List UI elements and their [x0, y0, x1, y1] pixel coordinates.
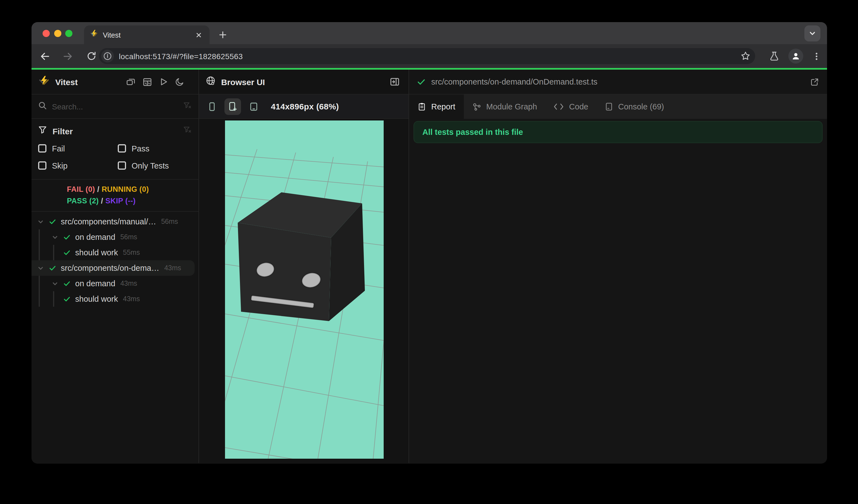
indent-guide [39, 291, 39, 307]
pass-check-icon [62, 295, 71, 303]
tab-code[interactable]: Code [545, 95, 597, 119]
preview-title: Browser UI [221, 77, 384, 86]
site-info-icon[interactable] [101, 50, 114, 63]
open-external-icon[interactable] [804, 77, 819, 86]
titlebar: Vitest [32, 22, 827, 44]
pass-check-icon [62, 249, 71, 256]
filter-title: Filter [52, 126, 177, 136]
minimize-window-button[interactable] [54, 30, 61, 37]
pass-check-icon [62, 280, 71, 287]
tab-console-69[interactable]: Console (69) [597, 95, 672, 119]
window-controls [43, 30, 73, 37]
globe-icon [206, 76, 216, 88]
maximize-window-button[interactable] [65, 30, 73, 37]
collapse-panels-icon[interactable] [126, 77, 136, 86]
filter-checkbox-skip[interactable]: Skip [38, 158, 118, 174]
filter-section: Filter FailPassSkipOnly Tests [32, 119, 198, 180]
chevron-down-icon[interactable] [50, 280, 59, 287]
tree-item-duration: 43ms [120, 280, 137, 287]
filter-funnel-icon [38, 126, 47, 136]
tree-item-label: src/components/on-dema… [61, 264, 159, 273]
tree-row-file[interactable]: src/components/on-dema…43ms [32, 260, 195, 276]
url-text: localhost:5173/#/?file=1828625563 [119, 52, 243, 61]
filter-checkbox-pass[interactable]: Pass [118, 140, 192, 157]
phone-icon[interactable] [204, 98, 220, 115]
app-title: Vitest [55, 77, 121, 86]
test-explorer-sidebar: Vitest [32, 70, 199, 463]
tree-row-test[interactable]: should work55ms [32, 245, 195, 260]
reload-button[interactable] [83, 48, 99, 64]
profile-avatar[interactable] [788, 49, 803, 64]
robot-cube [238, 192, 365, 321]
url-bar[interactable]: localhost:5173/#/?file=1828625563 [99, 48, 755, 64]
experiments-flask-icon[interactable] [769, 51, 779, 61]
phone-plus-icon[interactable] [224, 98, 241, 115]
browser-window: Vitest [32, 22, 827, 464]
indent-guide [39, 245, 39, 260]
bookmark-star-icon[interactable] [740, 51, 751, 61]
dark-mode-moon-icon[interactable] [175, 77, 184, 86]
indent-guide [53, 291, 54, 307]
tree-item-duration: 55ms [123, 249, 140, 256]
tab-search-chevron-button[interactable] [804, 26, 821, 42]
new-tab-button[interactable] [215, 27, 231, 43]
pass-count: PASS (2) [67, 197, 99, 205]
tab-report[interactable]: Report [409, 95, 463, 119]
tree-row-file[interactable]: src/components/manual/…56ms [32, 214, 195, 229]
browser-preview-panel: Browser UI 414x896px (68%) [199, 70, 409, 463]
tab-label: Report [431, 102, 455, 111]
checkbox-icon[interactable] [118, 161, 126, 170]
filter-checkbox-label: Skip [52, 161, 67, 170]
back-button[interactable] [37, 48, 52, 64]
indent-guide [39, 276, 39, 291]
filter-checkbox-only-tests[interactable]: Only Tests [118, 158, 192, 174]
pass-check-icon [62, 233, 71, 241]
tree-item-label: should work [75, 295, 118, 304]
device-viewport[interactable] [225, 120, 384, 459]
tree-item-duration: 56ms [120, 233, 137, 241]
checkbox-icon[interactable] [38, 161, 46, 170]
browser-menu-dots-icon[interactable] [812, 52, 821, 61]
search-input[interactable] [52, 102, 178, 111]
checkbox-icon[interactable] [38, 144, 46, 152]
tablet-icon[interactable] [245, 98, 262, 115]
tree-row-suite[interactable]: on demand56ms [32, 229, 195, 245]
fail-count: FAIL (0) [67, 185, 95, 193]
code-icon [554, 103, 564, 111]
dashboard-icon[interactable] [143, 77, 152, 86]
chevron-down-icon[interactable] [36, 264, 45, 272]
filter-checkbox-fail[interactable]: Fail [38, 140, 118, 157]
forward-button[interactable] [60, 48, 76, 64]
pass-check-icon [48, 218, 57, 226]
close-tab-icon[interactable] [193, 29, 204, 40]
tree-item-duration: 43ms [164, 264, 181, 272]
indent-guide [39, 229, 39, 245]
checkbox-icon[interactable] [118, 144, 126, 152]
clear-filters-icon[interactable] [183, 126, 192, 136]
pass-check-icon [48, 264, 57, 272]
graph-icon [472, 102, 481, 111]
tree-row-test[interactable]: should work43ms [32, 291, 195, 307]
all-passed-banner: All tests passed in this file [414, 121, 823, 143]
search-icon [38, 101, 47, 112]
device-toolbar: 414x896px (68%) [199, 95, 409, 119]
test-tree: src/components/manual/…56mson demand56ms… [32, 212, 198, 463]
indent-guide [53, 245, 54, 260]
tree-item-label: on demand [75, 233, 115, 242]
chevron-down-icon[interactable] [50, 233, 59, 241]
browser-tab[interactable]: Vitest [84, 26, 209, 44]
close-window-button[interactable] [43, 30, 50, 37]
viewport-size-label: 414x896px (68%) [271, 102, 339, 111]
chevron-down-icon[interactable] [36, 218, 45, 225]
vitest-favicon-icon [90, 29, 98, 40]
tree-row-suite[interactable]: on demand43ms [32, 276, 195, 291]
tab-module-graph[interactable]: Module Graph [463, 95, 545, 119]
file-pass-check-icon [417, 77, 426, 86]
panel-toggle-icon[interactable] [390, 77, 402, 87]
clear-search-filter-icon[interactable] [183, 101, 192, 112]
skip-count: SKIP (--) [105, 197, 136, 205]
tab-label: Code [569, 102, 588, 111]
run-all-play-icon[interactable] [159, 77, 168, 86]
filter-checkbox-label: Only Tests [131, 161, 169, 170]
tree-item-label: src/components/manual/… [61, 217, 156, 226]
